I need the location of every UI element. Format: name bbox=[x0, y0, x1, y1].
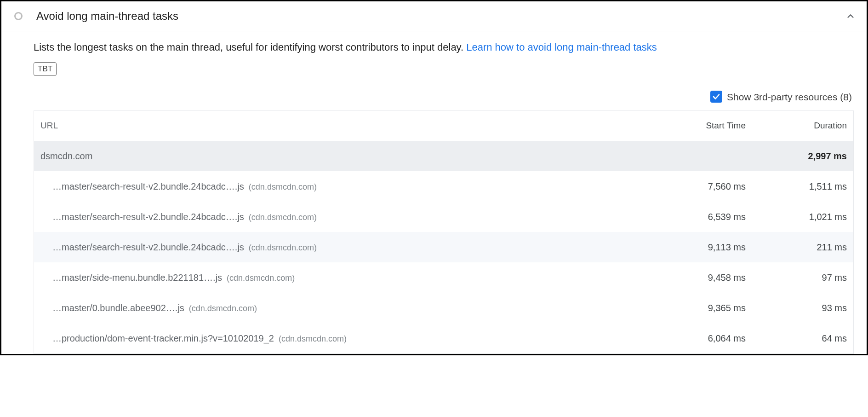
url-host: (cdn.dsmcdn.com) bbox=[249, 211, 317, 224]
audit-title: Avoid long main-thread tasks bbox=[36, 8, 845, 24]
cell-duration: 64 ms bbox=[746, 331, 847, 345]
audit-description-text: Lists the longest tasks on the main thre… bbox=[34, 41, 466, 53]
url-path: …master/0.bundle.abee902….js bbox=[52, 301, 184, 315]
tasks-table: URL Start Time Duration dsmcdn.com 2,997… bbox=[34, 110, 854, 354]
url-host: (cdn.dsmcdn.com) bbox=[249, 242, 317, 254]
url-host: (cdn.dsmcdn.com) bbox=[227, 272, 295, 284]
audit-header[interactable]: Avoid long main-thread tasks bbox=[1, 1, 867, 31]
header-start: Start Time bbox=[645, 119, 746, 133]
url-path: …master/search-result-v2.bundle.24bcadc…… bbox=[52, 180, 244, 193]
cell-start: 9,458 ms bbox=[645, 271, 746, 284]
cell-start: 7,560 ms bbox=[645, 180, 746, 193]
url-path: …master/side-menu.bundle.b221181….js bbox=[52, 271, 222, 284]
table-row[interactable]: …master/search-result-v2.bundle.24bcadc…… bbox=[34, 171, 853, 202]
table-row[interactable]: …master/0.bundle.abee902….js (cdn.dsmcdn… bbox=[34, 293, 853, 323]
table-group-row[interactable]: dsmcdn.com 2,997 ms bbox=[34, 141, 853, 171]
cell-duration: 97 ms bbox=[746, 271, 847, 284]
url-host: (cdn.dsmcdn.com) bbox=[279, 333, 347, 345]
thirdparty-checkbox[interactable] bbox=[710, 91, 722, 103]
thirdparty-toggle-row: Show 3rd-party resources (8) bbox=[34, 76, 854, 111]
url-host: (cdn.dsmcdn.com) bbox=[189, 302, 257, 315]
group-host: dsmcdn.com bbox=[40, 149, 92, 163]
audit-panel: Avoid long main-thread tasks Lists the l… bbox=[0, 0, 868, 355]
group-duration: 2,997 ms bbox=[746, 149, 847, 163]
table-row[interactable]: …master/search-result-v2.bundle.24bcadc…… bbox=[34, 232, 853, 262]
chevron-up-icon bbox=[845, 11, 856, 21]
cell-start: 6,539 ms bbox=[645, 210, 746, 224]
table-row[interactable]: …master/search-result-v2.bundle.24bcadc…… bbox=[34, 202, 853, 232]
thirdparty-label: Show 3rd-party resources (8) bbox=[727, 90, 852, 104]
cell-duration: 93 ms bbox=[746, 301, 847, 315]
status-circle-icon bbox=[14, 12, 23, 20]
url-path: …production/dom-event-tracker.min.js?v=1… bbox=[52, 331, 274, 345]
cell-duration: 211 ms bbox=[746, 240, 847, 254]
url-path: …master/search-result-v2.bundle.24bcadc…… bbox=[52, 210, 244, 224]
audit-description: Lists the longest tasks on the main thre… bbox=[34, 40, 854, 55]
header-duration: Duration bbox=[746, 119, 847, 133]
table-row[interactable]: …master/side-menu.bundle.b221181….js (cd… bbox=[34, 262, 853, 293]
learn-more-link[interactable]: Learn how to avoid long main-thread task… bbox=[466, 41, 657, 53]
table-header-row: URL Start Time Duration bbox=[34, 111, 853, 141]
header-url: URL bbox=[40, 119, 58, 133]
cell-start: 9,365 ms bbox=[645, 301, 746, 315]
cell-start: 9,113 ms bbox=[645, 240, 746, 254]
url-host: (cdn.dsmcdn.com) bbox=[249, 181, 317, 193]
url-path: …master/search-result-v2.bundle.24bcadc…… bbox=[52, 240, 244, 254]
audit-body: Lists the longest tasks on the main thre… bbox=[1, 31, 867, 354]
table-row[interactable]: …production/dom-event-tracker.min.js?v=1… bbox=[34, 323, 853, 353]
cell-duration: 1,021 ms bbox=[746, 210, 847, 224]
cell-duration: 1,511 ms bbox=[746, 180, 847, 193]
tbt-badge: TBT bbox=[34, 62, 57, 76]
cell-start: 6,064 ms bbox=[645, 331, 746, 345]
